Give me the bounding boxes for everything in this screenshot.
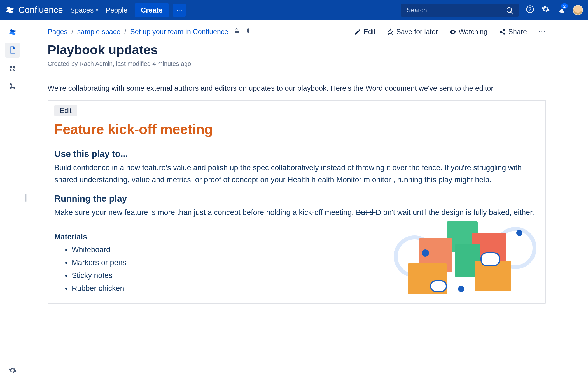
rail-tree[interactable]	[5, 78, 20, 94]
doc-heading-1: Feature kick-off meeting	[54, 121, 539, 137]
user-avatar[interactable]	[573, 5, 583, 15]
doc-paragraph-2: Make sure your new feature is more than …	[54, 207, 539, 219]
action-more[interactable]: ⋯	[538, 27, 546, 36]
crumb-parent[interactable]: Set up your team in Confluence	[130, 28, 228, 36]
doc-heading-2b: Running the play	[54, 193, 539, 204]
crumb-space[interactable]: sample space	[77, 28, 120, 36]
search-input[interactable]	[401, 4, 519, 17]
doc-illustration	[394, 221, 539, 294]
brand[interactable]: Confluence	[5, 5, 63, 15]
star-icon	[387, 28, 394, 36]
restrictions-icon[interactable]	[233, 28, 240, 36]
top-navigation: Confluence Spaces ▾ People Create ⋯ ? 2	[0, 0, 588, 20]
rail-pages[interactable]	[5, 43, 20, 58]
help-icon[interactable]: ?	[526, 5, 534, 15]
nav-people-label: People	[106, 6, 127, 14]
page-header-row: Pages / sample space / Set up your team …	[48, 27, 546, 36]
notification-badge: 2	[561, 3, 568, 9]
create-more-button[interactable]: ⋯	[173, 4, 186, 17]
embedded-document: Edit Feature kick-off meeting Use this p…	[48, 100, 546, 304]
nav-people[interactable]: People	[106, 6, 127, 14]
eye-icon	[449, 28, 456, 36]
brand-label: Confluence	[18, 5, 63, 15]
rail-space-logo[interactable]	[5, 25, 20, 40]
page-title: Playbook updates	[48, 42, 546, 57]
crumb-sep: /	[124, 28, 126, 36]
share-icon	[499, 28, 506, 36]
list-item: Rubber chicken	[72, 282, 377, 295]
crumb-sep: /	[71, 28, 73, 36]
main-content: Pages / sample space / Set up your team …	[25, 20, 588, 383]
doc-heading-3: Materials	[54, 233, 377, 241]
action-share[interactable]: Share	[499, 28, 527, 36]
search-icon[interactable]	[506, 6, 514, 17]
rail-settings[interactable]	[5, 363, 20, 378]
materials-list: Whiteboard Markers or pens Sticky notes …	[72, 244, 377, 295]
page-byline: Created by Rach Admin, last modified 4 m…	[48, 60, 546, 67]
doc-paragraph-1: Build confidence in a new feature's valu…	[54, 162, 539, 186]
ellipsis-icon: ⋯	[176, 6, 182, 14]
action-save[interactable]: Save for later	[387, 28, 438, 36]
crumb-pages[interactable]: Pages	[48, 28, 67, 36]
doc-heading-2a: Use this play to...	[54, 149, 539, 159]
doc-edit-button[interactable]: Edit	[54, 105, 77, 116]
action-edit[interactable]: Edit	[354, 28, 375, 36]
confluence-logo-icon	[5, 5, 15, 15]
action-watch[interactable]: Watching	[449, 28, 487, 36]
list-item: Markers or pens	[72, 256, 377, 269]
settings-icon[interactable]	[542, 5, 550, 15]
breadcrumb: Pages / sample space / Set up your team …	[48, 28, 252, 36]
rail-blog[interactable]	[5, 60, 20, 76]
notifications-icon[interactable]: 2	[557, 5, 566, 15]
attachments-icon[interactable]	[245, 28, 252, 36]
pencil-icon	[354, 28, 361, 36]
chevron-down-icon: ▾	[96, 7, 98, 13]
list-item: Whiteboard	[72, 244, 377, 256]
create-button[interactable]: Create	[135, 3, 169, 17]
search-container	[401, 4, 519, 17]
list-item: Sticky notes	[72, 269, 377, 282]
sidebar-rail	[0, 20, 25, 383]
nav-spaces-label: Spaces	[70, 6, 94, 14]
nav-spaces[interactable]: Spaces ▾	[70, 6, 98, 14]
page-intro: We're collaborating with some external a…	[48, 83, 546, 94]
svg-text:?: ?	[529, 6, 532, 12]
